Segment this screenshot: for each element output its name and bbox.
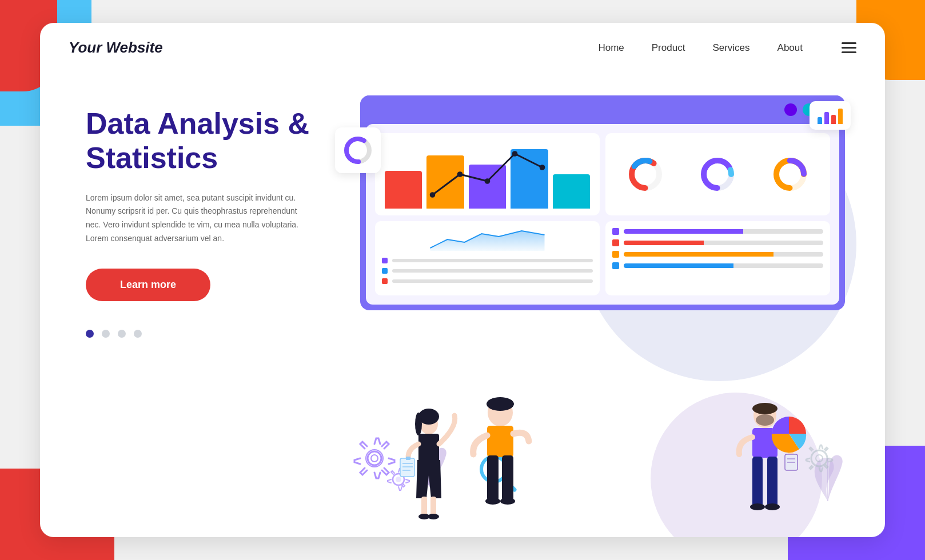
hamburger-line — [842, 42, 856, 44]
metric-square — [612, 228, 619, 235]
bar-purple — [469, 165, 506, 209]
metric-row — [612, 251, 823, 258]
character-man-orange — [463, 387, 537, 530]
carousel-dot-2[interactable] — [102, 330, 110, 338]
svg-point-31 — [415, 413, 422, 435]
svg-point-58 — [750, 503, 765, 510]
svg-point-43 — [487, 397, 514, 411]
hamburger-line — [842, 47, 856, 49]
metric-row — [612, 228, 823, 235]
hero-right — [337, 84, 856, 530]
svg-rect-44 — [487, 426, 513, 457]
mini-bar-3 — [831, 115, 836, 125]
dashboard-body — [366, 124, 839, 305]
pie-chart-float — [768, 413, 811, 455]
table-line — [392, 259, 593, 262]
window-dot-purple — [784, 103, 797, 116]
bar-chart-panel — [375, 133, 600, 215]
character-woman — [394, 393, 463, 530]
svg-point-48 — [500, 498, 515, 505]
bar-red — [385, 171, 422, 209]
floating-stats-card — [810, 101, 851, 130]
area-chart — [382, 228, 593, 251]
metrics-panel — [605, 221, 830, 295]
carousel-dot-1[interactable] — [86, 330, 94, 338]
metric-bar — [624, 229, 823, 234]
nav: Home Product Services About — [598, 42, 856, 54]
svg-marker-18 — [430, 231, 545, 251]
svg-rect-32 — [418, 434, 439, 462]
hamburger-line — [842, 51, 856, 53]
donut-chart-1 — [627, 156, 664, 193]
bar-blue — [511, 149, 548, 209]
hamburger-menu[interactable] — [842, 42, 856, 53]
dashboard-mockup — [360, 95, 845, 310]
table-line — [392, 279, 593, 283]
mini-bar-chart — [818, 107, 843, 124]
donuts-panel — [605, 133, 830, 215]
metric-square — [612, 262, 619, 269]
metric-row — [612, 239, 823, 246]
svg-point-59 — [765, 503, 780, 510]
mini-bar-2 — [824, 112, 829, 124]
svg-point-36 — [428, 514, 439, 519]
hero-left: Data Analysis & Statistics Lorem ipsum d… — [86, 84, 337, 338]
hero-section: Data Analysis & Statistics Lorem ipsum d… — [40, 73, 885, 530]
bar-chart — [382, 140, 593, 209]
mini-bar-1 — [818, 117, 822, 124]
donut-chart-3 — [772, 156, 808, 193]
nav-item-product[interactable]: Product — [652, 42, 685, 54]
main-card: Your Website Home Product Services About… — [40, 23, 885, 537]
table-dot — [382, 268, 388, 274]
svg-rect-57 — [767, 457, 778, 507]
svg-rect-38 — [406, 457, 410, 460]
metric-row — [612, 262, 823, 269]
hero-title: Data Analysis & Statistics — [86, 107, 337, 175]
gear-icon-large — [349, 433, 400, 484]
metric-square — [612, 239, 619, 246]
svg-rect-33 — [421, 497, 427, 517]
table-dot — [382, 258, 388, 263]
header: Your Website Home Product Services About — [40, 23, 885, 73]
table-row — [382, 268, 593, 274]
metric-square — [612, 251, 619, 258]
svg-rect-34 — [430, 497, 436, 517]
nav-item-home[interactable]: Home — [598, 42, 624, 54]
table-dot — [382, 278, 388, 284]
carousel-dots — [86, 330, 337, 338]
table-row — [382, 278, 593, 284]
bar-teal — [553, 174, 590, 209]
dashboard-titlebar — [360, 95, 845, 124]
hero-description: Lorem ipsum dolor sit amet, sea putant s… — [86, 191, 303, 246]
svg-point-25 — [811, 450, 827, 466]
nav-item-about[interactable]: About — [778, 42, 803, 54]
svg-point-20 — [371, 455, 378, 462]
donut-chart-small — [342, 134, 374, 166]
floating-donut-widget — [335, 127, 381, 173]
table-line — [392, 269, 593, 273]
metric-bar — [624, 252, 823, 257]
bar-orange — [426, 155, 464, 209]
table-panel — [375, 221, 600, 295]
donut-chart-2 — [699, 156, 736, 193]
svg-rect-46 — [502, 455, 513, 501]
table-row — [382, 258, 593, 263]
svg-rect-56 — [752, 457, 763, 507]
svg-rect-45 — [487, 455, 499, 501]
site-logo: Your Website — [69, 39, 163, 57]
svg-rect-37 — [400, 458, 414, 477]
carousel-dot-3[interactable] — [118, 330, 126, 338]
metric-bar — [624, 263, 823, 268]
svg-point-19 — [368, 451, 381, 465]
svg-point-26 — [816, 455, 823, 462]
learn-more-button[interactable]: Learn more — [86, 269, 210, 301]
metric-bar — [624, 241, 823, 245]
mini-bar-4 — [838, 109, 843, 124]
carousel-dot-4[interactable] — [134, 330, 142, 338]
nav-item-services[interactable]: Services — [712, 42, 749, 54]
svg-point-47 — [485, 498, 500, 505]
